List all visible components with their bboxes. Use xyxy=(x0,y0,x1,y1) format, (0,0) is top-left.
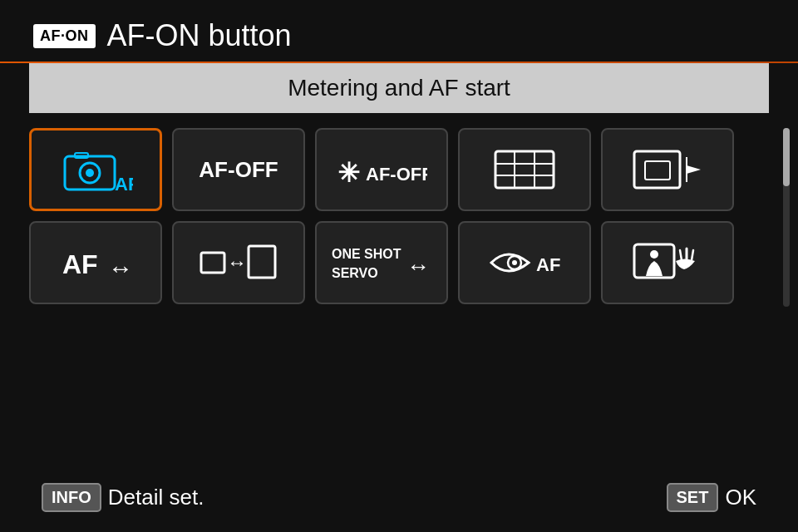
info-badge: INFO xyxy=(42,483,101,512)
subtitle-bar: Metering and AF start xyxy=(29,63,769,113)
svg-point-23 xyxy=(512,260,517,265)
af-off-label: AF-OFF xyxy=(199,157,278,183)
svg-point-26 xyxy=(650,250,658,259)
svg-rect-12 xyxy=(634,151,680,188)
grid-cell-cam-af[interactable]: AF xyxy=(29,128,162,211)
grid-area: AF AF-OFF ✳ AF-OFF xyxy=(0,113,798,468)
grid-cell-one-shot-servo[interactable]: ONE SHOT SERVO ↔ xyxy=(315,221,448,304)
star-af-off-icon: ✳ AF-OFF xyxy=(336,149,427,190)
svg-rect-7 xyxy=(495,151,554,188)
svg-text:AF: AF xyxy=(62,249,98,279)
scrollbar[interactable] xyxy=(783,128,790,307)
header: AF·ON AF-ON button xyxy=(0,0,798,62)
one-shot-servo-icon: ONE SHOT SERVO ↔ xyxy=(328,238,436,288)
svg-text:↔: ↔ xyxy=(406,254,430,279)
grid-row-2: AF ↔ ↔ xyxy=(29,221,769,304)
metering-grid-icon xyxy=(491,145,558,195)
svg-rect-16 xyxy=(201,253,224,273)
cam-af-icon: AF xyxy=(58,145,133,195)
svg-rect-18 xyxy=(249,246,275,278)
header-title: AF-ON button xyxy=(107,18,292,53)
subtitle-text: Metering and AF start xyxy=(288,75,510,101)
grid-cell-subject-tracking[interactable] xyxy=(601,221,734,304)
af-arrow-icon: AF ↔ xyxy=(58,240,133,286)
grid-cell-metering-grid[interactable] xyxy=(458,128,591,211)
expand-af-icon xyxy=(630,145,705,195)
svg-text:ONE SHOT: ONE SHOT xyxy=(332,247,401,261)
camera-menu-screen: AF·ON AF-ON button Metering and AF start xyxy=(0,0,798,532)
info-button[interactable]: INFO Detail set. xyxy=(42,483,204,512)
info-label: Detail set. xyxy=(108,485,204,510)
svg-rect-13 xyxy=(645,161,670,180)
svg-text:SERVO: SERVO xyxy=(332,266,378,280)
set-badge: SET xyxy=(667,483,719,512)
svg-text:AF-OFF: AF-OFF xyxy=(366,164,427,185)
bottom-bar: INFO Detail set. SET OK xyxy=(0,468,798,532)
grid-cell-expand-frame[interactable]: ↔ xyxy=(172,221,305,304)
grid-cell-expand-af[interactable] xyxy=(601,128,734,211)
grid-cell-star-af-off[interactable]: ✳ AF-OFF xyxy=(315,128,448,211)
svg-point-2 xyxy=(86,169,94,177)
grid-cell-eye-af[interactable]: AF xyxy=(458,221,591,304)
eye-af-icon: AF xyxy=(483,238,566,288)
grid-row-1: AF AF-OFF ✳ AF-OFF xyxy=(29,128,769,211)
expand-frame-icon: ↔ xyxy=(197,238,280,288)
set-button[interactable]: SET OK xyxy=(667,483,756,512)
scrollbar-thumb xyxy=(783,128,790,186)
svg-text:↔: ↔ xyxy=(227,251,247,273)
set-label: OK xyxy=(725,485,756,510)
grid-cell-af-off[interactable]: AF-OFF xyxy=(172,128,305,211)
svg-text:✳: ✳ xyxy=(337,158,360,188)
svg-text:AF: AF xyxy=(115,174,133,195)
svg-text:↔: ↔ xyxy=(108,254,133,282)
subject-tracking-icon xyxy=(630,236,705,290)
grid-cell-af-arrow[interactable]: AF ↔ xyxy=(29,221,162,304)
afon-badge: AF·ON xyxy=(33,24,96,48)
svg-text:AF: AF xyxy=(536,254,560,275)
